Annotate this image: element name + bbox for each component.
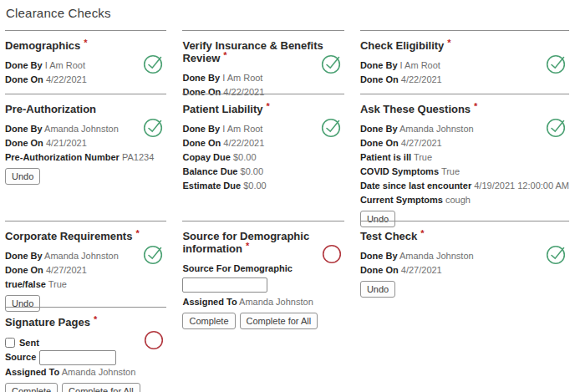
required-asterisk: * — [84, 38, 87, 48]
field-value: 4/22/2021 — [46, 74, 87, 84]
pending-circle-icon — [143, 329, 165, 351]
signature-source-input[interactable] — [39, 350, 116, 365]
field-label: Balance Due — [182, 166, 237, 176]
section-title: Signature Pages* — [5, 316, 166, 328]
field-value: I Am Root — [222, 73, 262, 83]
field-label: Done On — [360, 138, 399, 148]
section-source-for-demographic: Source for Demographic information* Sour… — [182, 221, 343, 307]
field-label: Done On — [360, 265, 399, 275]
pending-circle-icon — [321, 243, 343, 265]
field-value: 4/27/2021 — [401, 138, 442, 148]
section-title: Test Check* — [360, 230, 569, 242]
section-title: Patient Liability* — [182, 103, 343, 115]
field-label: Date since last encounter — [360, 181, 471, 191]
clearance-checks-page: Clearance Checks Demographics* Done By I… — [0, 0, 575, 392]
check-circle-icon — [321, 116, 343, 138]
section-signature-pages: Signature Pages* Sent Source Assigned To… — [5, 307, 166, 392]
section-test-check: Test Check* Done By Amanda Johnston Done… — [360, 221, 569, 307]
page-title: Clearance Checks — [5, 0, 569, 20]
field-value: 4/27/2021 — [401, 265, 442, 275]
field-label: Done By — [5, 60, 43, 70]
field-label: Current Symptoms — [360, 195, 443, 205]
source-demographic-input[interactable] — [182, 277, 267, 293]
section-title: Pre-Authorization — [5, 103, 166, 115]
field-value: Amanda Johnston — [239, 297, 313, 307]
field-value: cough — [445, 195, 471, 205]
field-value: 4/19/2021 12:00:00 AM — [474, 181, 569, 191]
field-value: True — [441, 166, 460, 176]
field-label: COVID Symptoms — [360, 166, 439, 176]
required-asterisk: * — [246, 241, 249, 251]
required-asterisk: * — [94, 314, 97, 324]
check-circle-icon — [321, 53, 343, 74]
required-asterisk: * — [135, 228, 139, 238]
section-verify-insurance: Verify Insurance & Benefits Review* Done… — [182, 30, 343, 94]
field-value: Amanda Johnston — [44, 124, 119, 134]
check-circle-icon — [143, 53, 165, 74]
field-value: $0.00 — [233, 152, 257, 162]
complete-for-all-button[interactable]: Complete for All — [240, 313, 318, 329]
required-asterisk: * — [420, 228, 424, 238]
field-label: Done On — [5, 138, 43, 148]
field-label: Assigned To — [182, 297, 237, 307]
section-title: Check Eligibility* — [360, 39, 569, 52]
field-value: Amanda Johnston — [44, 251, 119, 261]
field-label: Done By — [360, 124, 398, 134]
check-circle-icon — [546, 53, 567, 74]
field-value: Amanda Johnston — [399, 124, 474, 134]
field-value: 4/27/2021 — [46, 265, 87, 275]
section-title: Demographics* — [5, 39, 166, 52]
section-check-eligibility: Check Eligibility* Done By I Am Root Don… — [360, 30, 569, 94]
section-ask-these-questions: Ask These Questions* Done By Amanda John… — [360, 94, 569, 221]
field-label: Done By — [182, 73, 220, 83]
required-asterisk: * — [474, 101, 477, 111]
field-label: Done On — [5, 74, 43, 84]
field-value: I Am Root — [400, 60, 440, 70]
complete-for-all-button[interactable]: Complete for All — [62, 383, 140, 392]
field-label: Done On — [5, 265, 43, 275]
section-title: Corporate Requirements* — [5, 230, 166, 242]
required-asterisk: * — [447, 38, 450, 48]
section-title: Source for Demographic information* — [182, 230, 343, 255]
section-demographics: Demographics* Done By I Am Root Done On … — [5, 30, 166, 94]
field-value: I Am Root — [222, 124, 262, 134]
complete-button[interactable]: Complete — [182, 313, 235, 329]
field-label: Estimate Due — [182, 181, 241, 191]
field-value: 4/22/2021 — [401, 74, 442, 84]
field-value: I Am Root — [45, 60, 85, 70]
check-circle-icon — [143, 243, 165, 265]
field-label: Assigned To — [5, 367, 59, 377]
field-label: Done By — [360, 60, 398, 70]
field-value: True — [48, 279, 67, 289]
section-title: Verify Insurance & Benefits Review* — [182, 39, 343, 64]
field-value: 4/22/2021 — [223, 138, 264, 148]
undo-button[interactable]: Undo — [360, 281, 395, 298]
field-label: Done By — [182, 124, 220, 134]
field-label: Done On — [182, 138, 221, 148]
field-value: $0.00 — [243, 181, 267, 191]
input-label: Source — [5, 352, 36, 362]
field-label: Pre-Authorization Number — [5, 152, 120, 162]
field-value: Amanda Johnston — [399, 251, 474, 261]
required-asterisk: * — [223, 50, 226, 60]
section-title: Ask These Questions* — [360, 103, 569, 115]
field-label: Done By — [5, 124, 43, 134]
check-circle-icon — [546, 243, 567, 265]
check-circle-icon — [546, 116, 567, 138]
field-label: Copay Due — [182, 152, 230, 162]
sent-checkbox[interactable] — [5, 338, 15, 348]
checkbox-label: Sent — [19, 338, 39, 348]
field-value: True — [414, 152, 432, 162]
section-patient-liability: Patient Liability* Done By I Am Root Don… — [182, 94, 343, 221]
field-label: Done By — [5, 251, 43, 261]
field-label: true/false — [5, 279, 46, 289]
undo-button[interactable]: Undo — [5, 168, 40, 185]
section-pre-authorization: Pre-Authorization Done By Amanda Johnsto… — [5, 94, 166, 221]
input-label: Source For Demographic — [182, 263, 292, 273]
check-circle-icon — [143, 116, 165, 138]
complete-button[interactable]: Complete — [5, 383, 58, 392]
field-value: $0.00 — [241, 166, 264, 176]
field-label: Done By — [360, 251, 398, 261]
field-value: 4/21/2021 — [46, 138, 87, 148]
checks-grid: Demographics* Done By I Am Root Done On … — [5, 30, 569, 392]
